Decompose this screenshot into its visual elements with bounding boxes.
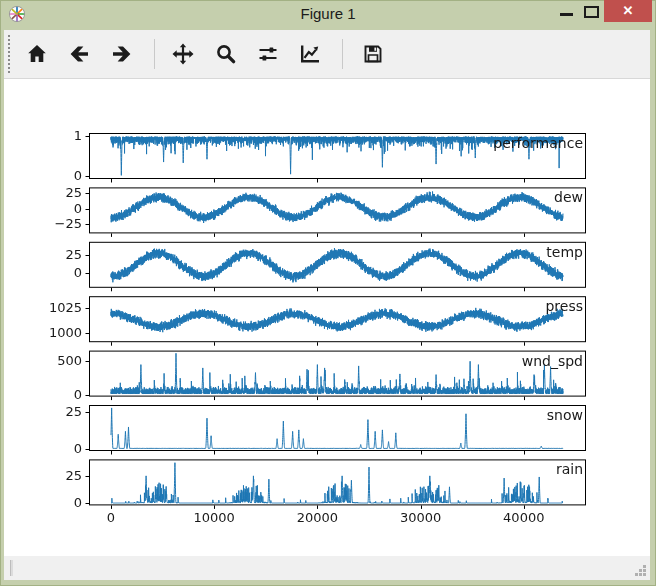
close-icon: ✕ bbox=[623, 3, 634, 18]
back-arrow-icon bbox=[67, 42, 91, 66]
home-button[interactable] bbox=[19, 35, 55, 73]
minimize-button[interactable] bbox=[557, 0, 579, 22]
line-chart-icon bbox=[298, 42, 322, 66]
configure-subplots-button[interactable] bbox=[250, 35, 286, 73]
back-button[interactable] bbox=[61, 35, 97, 73]
home-icon bbox=[25, 42, 49, 66]
figure-canvas-area bbox=[4, 79, 650, 556]
pan-button[interactable] bbox=[165, 35, 201, 73]
save-button[interactable] bbox=[355, 35, 391, 73]
titlebar[interactable]: Figure 1 ✕ bbox=[0, 0, 656, 30]
forward-arrow-icon bbox=[110, 42, 134, 66]
resize-grip-icon[interactable] bbox=[634, 564, 647, 577]
forward-button[interactable] bbox=[104, 35, 140, 73]
statusbar-grip bbox=[10, 560, 13, 576]
figure-toolbar bbox=[4, 30, 650, 79]
toolbar-grip[interactable] bbox=[8, 35, 13, 73]
maximize-button[interactable] bbox=[581, 0, 603, 22]
pan-move-icon bbox=[171, 42, 195, 66]
zoom-button[interactable] bbox=[208, 35, 244, 73]
figure-window: Figure 1 ✕ bbox=[0, 0, 656, 586]
subplot-sliders-icon bbox=[256, 42, 280, 66]
edit-parameters-button[interactable] bbox=[292, 35, 328, 73]
figure-plot-canvas[interactable] bbox=[4, 79, 650, 556]
toolbar-separator bbox=[342, 39, 343, 69]
toolbar-separator bbox=[154, 39, 155, 69]
close-button[interactable]: ✕ bbox=[604, 0, 652, 22]
statusbar bbox=[4, 556, 650, 580]
zoom-magnifier-icon bbox=[214, 42, 238, 66]
save-floppy-icon bbox=[361, 42, 385, 66]
